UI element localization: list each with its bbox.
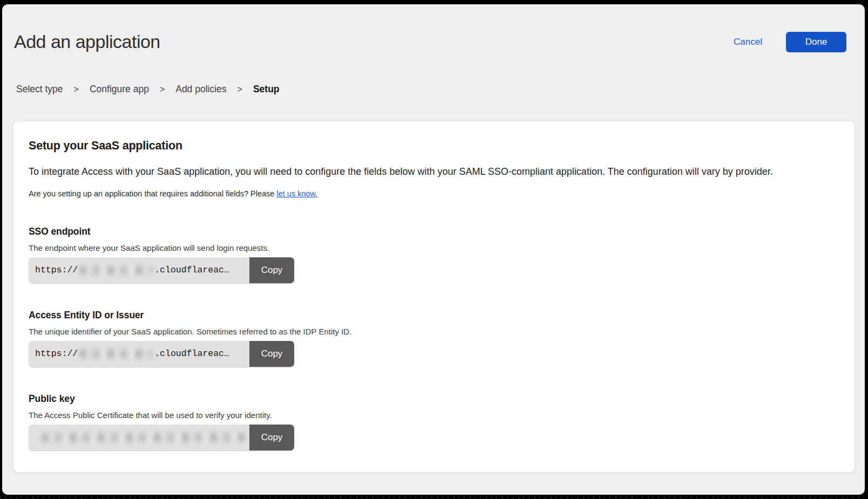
- setup-card: Setup your SaaS application To integrate…: [13, 121, 855, 473]
- breadcrumb-step-setup: Setup: [253, 84, 280, 95]
- access-entity-id-value-suffix: .cloudflareac…: [154, 348, 229, 359]
- public-key-section: Public key The Access Public Certificate…: [29, 393, 839, 450]
- access-entity-id-value: https:// .cloudflareac…: [29, 341, 249, 367]
- sso-endpoint-description: The endpoint where your SaaS application…: [29, 243, 839, 252]
- let-us-know-link[interactable]: let us know.: [276, 189, 317, 198]
- access-entity-id-label: Access Entity ID or Issuer: [29, 310, 839, 321]
- breadcrumb-separator: >: [74, 85, 79, 94]
- sso-endpoint-label: SSO endpoint: [29, 226, 839, 237]
- access-entity-id-description: The unique identifier of your SaaS appli…: [29, 327, 839, 336]
- card-heading: Setup your SaaS application: [29, 139, 839, 153]
- cancel-button[interactable]: Cancel: [734, 37, 762, 47]
- sso-endpoint-value: https:// .cloudflareac…: [29, 257, 249, 283]
- breadcrumb-step-configure-app[interactable]: Configure app: [90, 84, 149, 95]
- sso-endpoint-section: SSO endpoint The endpoint where your Saa…: [29, 226, 839, 283]
- access-entity-id-field-row: https:// .cloudflareac… Copy: [29, 341, 294, 367]
- card-note-text: Are you setting up an application that r…: [29, 189, 276, 198]
- public-key-field-row: Copy: [29, 425, 294, 450]
- redacted-text-blur: [79, 266, 153, 275]
- header-actions: Cancel Done: [734, 32, 846, 52]
- breadcrumb: Select type > Configure app > Add polici…: [2, 84, 865, 95]
- breadcrumb-separator: >: [160, 85, 165, 94]
- public-key-label: Public key: [29, 393, 839, 405]
- sso-endpoint-field-row: https:// .cloudflareac… Copy: [29, 257, 294, 283]
- breadcrumb-separator: >: [238, 85, 242, 94]
- breadcrumb-step-select-type[interactable]: Select type: [16, 84, 63, 95]
- page-header: Add an application Cancel Done: [2, 4, 865, 52]
- public-key-copy-button[interactable]: Copy: [249, 425, 294, 450]
- card-intro-text: To integrate Access with your SaaS appli…: [29, 166, 839, 178]
- access-entity-id-copy-button[interactable]: Copy: [249, 341, 294, 367]
- access-entity-id-value-prefix: https://: [35, 348, 78, 359]
- public-key-description: The Access Public Certificate that will …: [29, 411, 839, 420]
- page: Add an application Cancel Done Select ty…: [2, 4, 865, 495]
- redacted-text-blur: [79, 350, 153, 358]
- sso-endpoint-value-suffix: .cloudflareac…: [154, 265, 229, 275]
- sso-endpoint-copy-button[interactable]: Copy: [249, 257, 294, 283]
- card-note: Are you setting up an application that r…: [29, 189, 839, 198]
- sso-endpoint-value-prefix: https://: [35, 265, 78, 275]
- breadcrumb-step-add-policies[interactable]: Add policies: [175, 84, 226, 95]
- page-title: Add an application: [14, 31, 160, 52]
- public-key-value: [29, 425, 249, 450]
- done-button[interactable]: Done: [786, 32, 846, 52]
- access-entity-id-section: Access Entity ID or Issuer The unique id…: [29, 310, 839, 367]
- screen-bottom-edge: [0, 495, 868, 499]
- redacted-text-blur: [42, 433, 246, 442]
